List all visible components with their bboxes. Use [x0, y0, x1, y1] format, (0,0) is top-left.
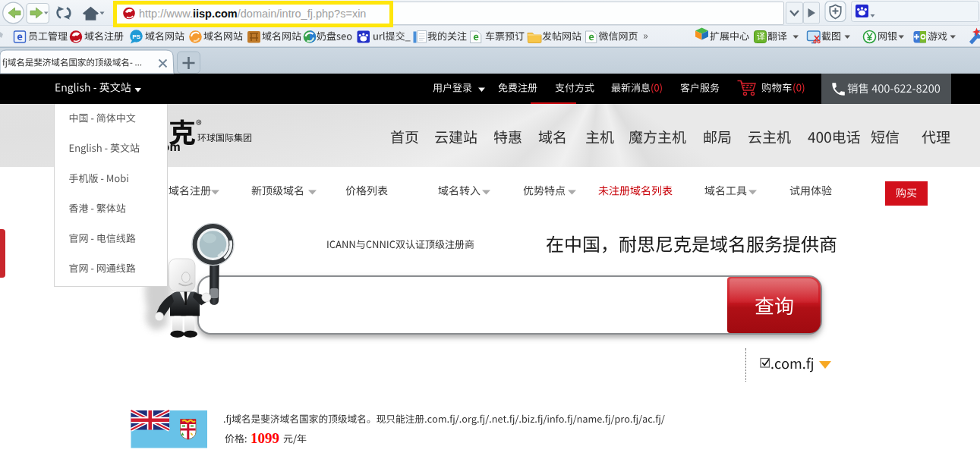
svg-text:PS: PS: [132, 33, 140, 40]
